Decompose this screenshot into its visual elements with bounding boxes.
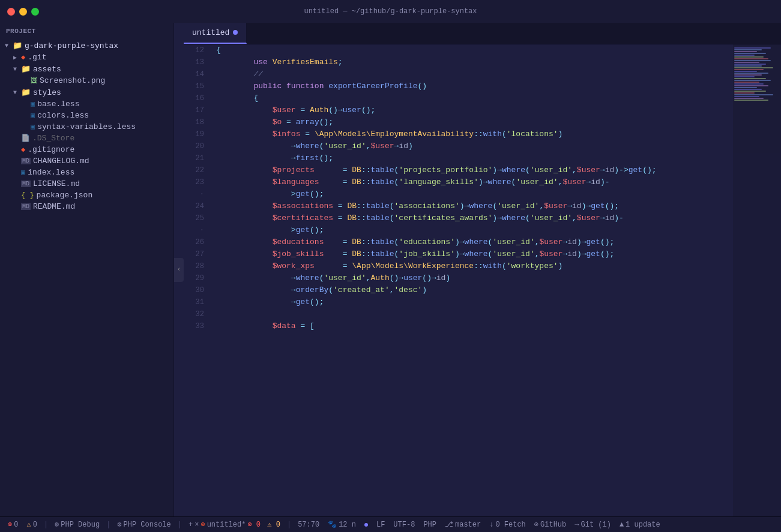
tab-modified-indicator — [233, 30, 238, 35]
code-editor[interactable]: 12 { 13 use VerifiesEmails; 14 // 15 pub… — [184, 44, 733, 516]
status-line-ending[interactable]: LF — [373, 521, 388, 529]
error-indicator: ⊗ — [201, 520, 205, 529]
status-cursor-position: 57:70 — [295, 521, 322, 529]
maximize-button[interactable] — [31, 8, 39, 16]
code-line-19: 19 $infos = \App\Models\EmploymentAvaila… — [184, 128, 733, 140]
cursor-pos: 57:70 — [298, 521, 319, 529]
git-icon: ◆ — [21, 53, 25, 62]
sidebar-item-index-less[interactable]: ▶ ▣ index.less — [0, 167, 173, 178]
tab-label: untitled — [192, 28, 229, 37]
chevron-down-icon: ▼ — [5, 43, 11, 49]
sidebar-item-label: index.less — [28, 168, 74, 177]
sidebar-item-readme[interactable]: ▶ MD README.md — [0, 201, 173, 212]
sidebar-item-gitignore[interactable]: ▶ ◆ .gitignore — [0, 144, 173, 155]
file-icon: 📄 — [21, 134, 30, 143]
git-changes-label: Git (1) — [580, 521, 611, 529]
minimize-button[interactable] — [19, 8, 27, 16]
sidebar-item-label: styles — [33, 88, 61, 97]
folder-icon: 📁 — [21, 64, 31, 74]
sidebar-item-styles[interactable]: ▼ 📁 styles — [0, 86, 173, 98]
close-tab-icon: × — [194, 521, 199, 529]
encoding-label: UTF-8 — [393, 521, 415, 529]
code-line-33: 33 $data = [ — [184, 320, 733, 332]
status-bar: ⊗ 0 ⚠ 0 | ⚙ PHP Debug | ⚙ PHP Console | … — [0, 516, 781, 532]
indent-icon: 🐾 — [328, 520, 337, 529]
code-line-15: 15 public function exportCareerProfile() — [184, 80, 733, 92]
status-divider-2: | — [106, 521, 110, 529]
code-line-23b: · >get(); — [184, 188, 733, 200]
line-ending-label: LF — [376, 521, 385, 529]
close-button[interactable] — [7, 8, 15, 16]
sidebar-item-label: g-dark-purple-syntax — [25, 41, 118, 50]
sidebar-item-ds-store[interactable]: ▶ 📄 .DS_Store — [0, 133, 173, 144]
status-indent[interactable]: 🐾 12 n — [325, 520, 359, 529]
code-line-31: 31 →get(); — [184, 296, 733, 308]
code-line-32: 32 — [184, 308, 733, 320]
status-divider: | — [44, 521, 48, 529]
sidebar-collapse-button[interactable]: ‹ — [174, 258, 184, 282]
less-icon: ▣ — [31, 100, 35, 109]
warning-icon: ⚠ — [26, 520, 31, 529]
sidebar-item-license[interactable]: ▶ MD LICENSE.md — [0, 178, 173, 190]
sidebar-item-package-json[interactable]: ▶ { } package.json — [0, 190, 173, 201]
status-updates[interactable]: ▲ 1 update — [617, 521, 663, 529]
updates-label: 1 update — [626, 521, 660, 529]
folder-icon: 📁 — [13, 41, 22, 50]
sidebar-item-screenshot[interactable]: ▶ 🖼 Screenshot.png — [0, 75, 173, 86]
main-layout: Project ▼ 📁 g-dark-purple-syntax ▶ ◆ .gi… — [0, 23, 781, 516]
php-debug-label: PHP Debug — [61, 521, 100, 529]
sidebar-item-label: CHANGELOG.md — [33, 157, 89, 166]
image-icon: 🖼 — [31, 77, 37, 85]
code-line-26: 26 $educations = DB::table('educations')… — [184, 236, 733, 248]
sidebar-item-label: .git — [28, 53, 46, 62]
less-icon: ▣ — [31, 111, 35, 120]
code-line-20: 20 →where('user_id',$user→id) — [184, 140, 733, 152]
sidebar-item-base-less[interactable]: ▶ ▣ base.less — [0, 98, 173, 110]
code-line-18: 18 $o = array(); — [184, 116, 733, 128]
status-encoding[interactable]: UTF-8 — [390, 521, 418, 529]
sidebar-item-root[interactable]: ▼ 📁 g-dark-purple-syntax — [0, 40, 173, 52]
tab-untitled[interactable]: untitled — [184, 23, 247, 44]
chevron-down-icon: ▼ — [13, 89, 19, 96]
title-bar: untitled — ~/github/g-dark-purple-syntax — [0, 0, 781, 23]
md-icon: MD — [21, 158, 31, 164]
editor-content[interactable]: 12 { 13 use VerifiesEmails; 14 // 15 pub… — [184, 44, 781, 516]
git-icon: → — [574, 521, 579, 529]
traffic-lights — [7, 8, 39, 16]
status-php-debug[interactable]: ⚙ PHP Debug — [52, 520, 103, 529]
code-line-25b: · >get(); — [184, 224, 733, 236]
sidebar-item-git[interactable]: ▶ ◆ .git — [0, 52, 173, 63]
chevron-right-icon: ▶ — [13, 54, 19, 61]
minimap — [733, 44, 781, 516]
status-language[interactable]: PHP — [420, 521, 439, 529]
status-tab-file[interactable]: + × ⊗ untitled* ⊗ 0 ⚠ 0 — [185, 520, 283, 529]
sidebar-item-label: assets — [33, 65, 61, 74]
status-warnings[interactable]: ⚠ 0 — [23, 520, 40, 529]
fetch-label: 0 Fetch — [495, 521, 525, 529]
sidebar-item-assets[interactable]: ▼ 📁 assets — [0, 63, 173, 75]
status-github[interactable]: ⊙ GitHub — [531, 520, 569, 529]
gitignore-icon: ◆ — [21, 145, 25, 154]
status-php-console[interactable]: ⚙ PHP Console — [114, 520, 173, 529]
sidebar-item-syntax-less[interactable]: ▶ ▣ syntax-variables.less — [0, 121, 173, 133]
status-fetch[interactable]: ↓ 0 Fetch — [486, 521, 529, 529]
branch-icon: ⎇ — [445, 520, 453, 529]
chevron-down-icon: ▼ — [13, 66, 19, 73]
status-branch[interactable]: ⎇ master — [442, 520, 484, 529]
sidebar-item-label: .gitignore — [28, 145, 74, 154]
code-line-21: 21 →first(); — [184, 152, 733, 164]
status-errors[interactable]: ⊗ 0 — [5, 520, 21, 529]
sidebar-item-colors-less[interactable]: ▶ ▣ colors.less — [0, 110, 173, 121]
updates-icon: ▲ — [620, 521, 624, 529]
sidebar-item-changelog[interactable]: ▶ MD CHANGELOG.md — [0, 155, 173, 167]
error-count: 0 — [14, 521, 18, 529]
status-git-changes[interactable]: → Git (1) — [571, 521, 614, 529]
code-line-25: 25 $certificates = DB::table('certificat… — [184, 212, 733, 224]
sidebar-item-label: README.md — [33, 202, 75, 211]
add-icon: + — [188, 521, 193, 529]
less-icon: ▣ — [31, 122, 35, 131]
status-divider-3: | — [178, 521, 182, 529]
sidebar: Project ▼ 📁 g-dark-purple-syntax ▶ ◆ .gi… — [0, 23, 174, 516]
code-line-28: 28 $work_xps = \App\Models\WorkExperienc… — [184, 260, 733, 272]
sidebar-item-label: .DS_Store — [32, 134, 74, 143]
